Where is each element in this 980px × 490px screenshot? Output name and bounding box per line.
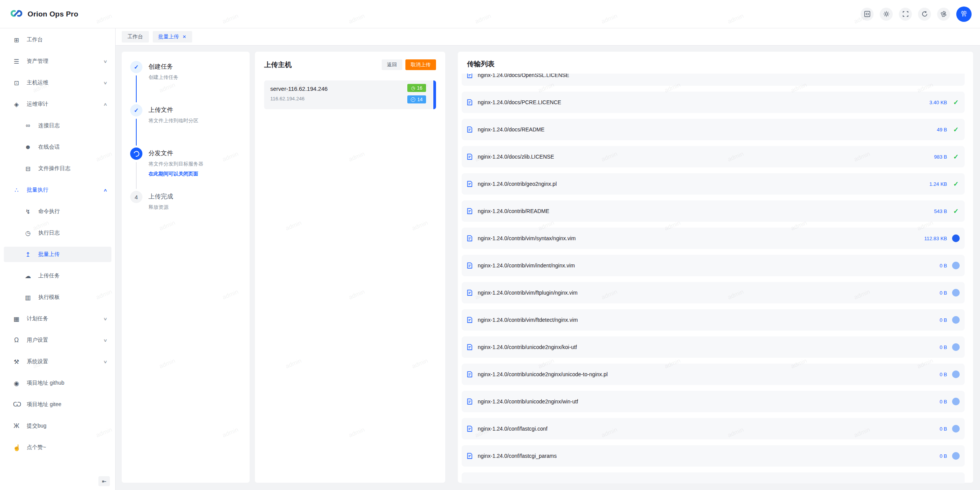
file-size: 0 B — [939, 263, 947, 269]
sidebar-collapse-button[interactable]: ⇤ — [98, 476, 110, 486]
sidebar-menu-item[interactable]: ☝ 点个赞~ — [4, 440, 111, 455]
file-icon — [466, 289, 473, 296]
server-name: server-116.62.194.246 — [270, 85, 430, 92]
file-status-icon — [952, 343, 960, 351]
file-icon — [466, 316, 473, 323]
file-path: nginx-1.24.0/contrib/vim/ftplugin/nginx.… — [478, 290, 578, 296]
file-size: 112.83 KB — [924, 236, 947, 241]
sidebar-item-label: 资产管理 — [27, 58, 48, 65]
transfer-file-row: nginx-1.24.0/contrib/geo2nginx.pl 1.24 K… — [462, 173, 965, 195]
clock-icon: ◷ — [411, 86, 415, 90]
sidebar-menu-item[interactable]: ◷ 执行日志 — [4, 225, 111, 241]
sidebar-menu-item[interactable]: Ω 用户设置 ∨ — [4, 333, 111, 348]
sidebar-menu: ⊞ 工作台 ☰ 资产管理 ∨ ⊡ 主机运维 ∨ ◈ — [0, 28, 115, 455]
sidebar-menu-item[interactable]: ∞ 连接日志 — [4, 118, 111, 133]
file-path: nginx-1.24.0/contrib/unicode2nginx/unico… — [478, 371, 608, 377]
sidebar-menu-item[interactable]: ⊡ 主机运维 ∨ — [4, 75, 111, 90]
workbench-icon: ⊞ — [13, 36, 20, 44]
page-tab[interactable]: 工作台 — [122, 31, 149, 43]
sidebar-item-label: 命令执行 — [38, 208, 60, 215]
file-icon — [466, 153, 473, 160]
step-state-icon: ✓ — [130, 104, 142, 116]
avatar[interactable]: 管 — [956, 7, 972, 22]
page-tab[interactable]: 批量上传 ✕ — [153, 31, 192, 43]
step-number: 4 — [135, 194, 138, 200]
step-title: 上传完成 — [149, 193, 173, 201]
sidebar-item-label: 执行模板 — [38, 294, 60, 301]
file-size: 983 B — [934, 154, 947, 160]
sidebar-menu-item[interactable]: ⚒ 系统设置 ∨ — [4, 354, 111, 369]
pending-count: 16 — [417, 85, 422, 91]
refresh-icon[interactable] — [918, 8, 931, 21]
thumbs-up-icon: ☝ — [13, 444, 20, 451]
file-path: nginx-1.24.0/docs/PCRE.LICENCE — [478, 99, 561, 105]
sidebar-menu-item[interactable]: ↥ 批量上传 — [4, 247, 111, 262]
file-path: nginx-1.24.0/contrib/vim/syntax/nginx.vi… — [478, 235, 576, 241]
sidebar-menu-item[interactable]: ∴ 批量执行 ∧ — [4, 182, 111, 198]
file-size: 0 B — [939, 372, 947, 377]
sidebar-menu-item[interactable]: Ѡ 项目地址 gitee — [4, 397, 111, 412]
transfer-file-row: nginx-1.24.0/docs/OpenSSL.LICENSE — [462, 74, 965, 86]
chevron-icon: ∨ — [103, 338, 107, 343]
step-description: 将文件上传到临时分区 — [149, 117, 198, 124]
sidebar-menu-item[interactable]: ☁ 上传任务 — [4, 268, 111, 284]
schedule-task-icon: ▦ — [13, 315, 20, 323]
tab-label: 批量上传 — [158, 33, 179, 40]
close-icon[interactable]: ✕ — [183, 34, 186, 39]
file-icon — [466, 344, 473, 351]
server-card[interactable]: server-116.62.194.246 116.62.194.246 ◷ 1… — [264, 80, 436, 109]
transfer-file-row: nginx-1.24.0/contrib/vim/syntax/nginx.vi… — [462, 228, 965, 249]
sidebar-item-label: 在线会话 — [38, 144, 60, 151]
main-area: 工作台 批量上传 ✕ ✓ — [116, 28, 980, 490]
system-settings-icon: ⚒ — [13, 358, 20, 365]
file-icon — [466, 452, 473, 459]
tab-label: 工作台 — [127, 33, 143, 40]
file-size: 0 B — [939, 344, 947, 350]
file-path: nginx-1.24.0/conf/fastcgi_params — [478, 453, 557, 459]
sidebar-menu-item[interactable]: ☰ 资产管理 ∨ — [4, 54, 111, 69]
settings-gear-icon[interactable] — [937, 8, 950, 21]
code-square-icon[interactable] — [861, 8, 874, 21]
file-size: 3.40 KB — [929, 100, 947, 105]
gitee-icon: Ѡ — [13, 401, 20, 408]
file-status-icon — [952, 207, 960, 215]
transfer-file-row: nginx-1.24.0/docs/PCRE.LICENCE 3.40 KB — [462, 92, 965, 113]
file-size: 0 B — [939, 426, 947, 432]
sidebar-menu-item[interactable]: ▦ 计划任务 ∨ — [4, 311, 111, 326]
file-icon — [466, 99, 473, 106]
sidebar-menu-item[interactable]: Ж 提交bug — [4, 418, 111, 434]
transfer-file-row: nginx-1.24.0/docs/README 49 B — [462, 119, 965, 140]
sidebar-menu-item[interactable]: ⊟ 文件操作日志 — [4, 161, 111, 176]
file-size: 543 B — [934, 208, 947, 214]
fullscreen-icon[interactable] — [899, 8, 912, 21]
file-status-icon — [952, 153, 960, 161]
transfer-file-row: nginx-1.24.0/contrib/vim/ftdetect/nginx.… — [462, 309, 965, 331]
sidebar-menu-item[interactable]: ▥ 执行模板 — [4, 290, 111, 305]
app-header: Orion Ops Pro — [0, 0, 980, 28]
sidebar-menu-item[interactable]: ↯ 命令执行 — [4, 204, 111, 219]
sidebar-menu-item[interactable]: ☻ 在线会话 — [4, 139, 111, 155]
tab-bar: 工作台 批量上传 ✕ — [116, 28, 980, 46]
step-connector — [136, 119, 137, 146]
transfer-file-row: nginx-1.24.0/docs/zlib.LICENSE 983 B — [462, 146, 965, 167]
file-log-icon: ⊟ — [24, 165, 31, 172]
sidebar-menu-item[interactable]: ⊞ 工作台 — [4, 32, 111, 48]
file-path: nginx-1.24.0/conf/fastcgi.conf — [478, 426, 547, 432]
file-path: nginx-1.24.0/contrib/vim/ftdetect/nginx.… — [478, 317, 578, 323]
step-description: 释放资源 — [149, 204, 173, 211]
sidebar-menu-item[interactable]: ◉ 项目地址 github — [4, 375, 111, 391]
back-button[interactable]: 返回 — [382, 59, 402, 70]
transfer-file-row: nginx-1.24.0/contrib/README 543 B — [462, 200, 965, 222]
link-icon: ∞ — [24, 122, 31, 129]
sidebar-item-label: 点个赞~ — [27, 444, 46, 451]
file-status-icon — [952, 316, 960, 324]
cancel-upload-button[interactable]: 取消上传 — [405, 59, 436, 70]
wizard-step: 4 上传完成 释放资源 — [130, 191, 241, 211]
sidebar-menu-item[interactable]: ◈ 运维审计 ∧ — [4, 97, 111, 112]
file-size: 1.24 KB — [929, 181, 947, 187]
chevron-icon: ∨ — [103, 80, 107, 85]
step-title: 上传文件 — [149, 106, 198, 114]
sidebar-item-label: 批量上传 — [38, 251, 60, 258]
wizard-step: 分发文件 将文件分发到目标服务器 在此期间可以关闭页面 — [130, 147, 241, 191]
theme-sun-icon[interactable] — [880, 8, 893, 21]
